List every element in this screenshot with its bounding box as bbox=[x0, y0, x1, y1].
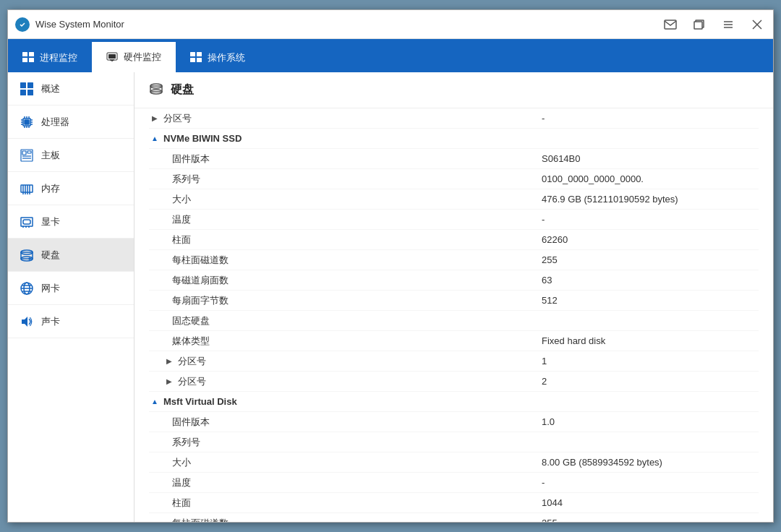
svg-rect-20 bbox=[197, 58, 202, 62]
size2-value: 8.00 GB (8589934592 bytes) bbox=[542, 457, 759, 468]
svg-rect-17 bbox=[190, 52, 195, 56]
sectors1-value: 63 bbox=[542, 275, 759, 286]
svg-rect-12 bbox=[29, 58, 34, 62]
gpu-label: 显卡 bbox=[41, 215, 60, 228]
svg-rect-40 bbox=[22, 151, 26, 155]
expand-partial[interactable]: ▶ bbox=[149, 113, 161, 124]
msft-section-label: Msft Virtual Disk bbox=[163, 396, 759, 407]
hardware-tab-icon bbox=[106, 51, 118, 64]
partition1b-value: 2 bbox=[542, 376, 759, 387]
serial2-label: 系列号 bbox=[172, 436, 542, 449]
row-size2: 大小 8.00 GB (8589934592 bytes) bbox=[149, 452, 759, 473]
svg-rect-9 bbox=[22, 52, 27, 56]
tab-bar: 进程监控 硬件监控 操作系统 bbox=[8, 39, 773, 72]
svg-rect-41 bbox=[27, 151, 31, 153]
row-size1: 大小 476.9 GB (512110190592 bytes) bbox=[149, 189, 759, 210]
partition1a-label: 分区号 bbox=[178, 355, 542, 368]
serial1-value: 0100_0000_0000_0000. bbox=[542, 173, 759, 184]
content-header-icon bbox=[149, 81, 163, 99]
partial-label: 分区号 bbox=[163, 112, 542, 125]
tracks1-value: 255 bbox=[542, 254, 759, 265]
main-area: 概述 处理器 bbox=[8, 72, 773, 522]
gpu-icon bbox=[20, 215, 34, 229]
window-controls bbox=[662, 16, 766, 33]
cylinder1-value: 62260 bbox=[542, 234, 759, 245]
sidebar-item-network[interactable]: 网卡 bbox=[8, 272, 134, 305]
mediatype1-value: Fixed hard disk bbox=[542, 335, 759, 346]
svg-rect-1 bbox=[665, 20, 676, 29]
app-logo bbox=[15, 17, 30, 32]
row-firmware1: 固件版本 S0614B0 bbox=[149, 149, 759, 169]
expand-partition1a[interactable]: ▶ bbox=[163, 356, 175, 367]
expand-msft[interactable]: ▲ bbox=[149, 396, 161, 408]
expand-nvme[interactable]: ▲ bbox=[149, 133, 161, 145]
svg-rect-22 bbox=[27, 82, 33, 88]
content-area: 硬盘 ▶ 分区号 - ▲ NVMe BIWIN SSD 固件版本 S0614 bbox=[135, 72, 773, 522]
row-tracks1: 每柱面磁道数 255 bbox=[149, 250, 759, 270]
sidebar-item-disk[interactable]: 硬盘 bbox=[8, 239, 134, 272]
svg-rect-3 bbox=[694, 22, 702, 29]
disk-icon bbox=[20, 248, 34, 262]
tab-os-label: 操作系统 bbox=[208, 51, 245, 64]
sidebar-item-audio[interactable]: 声卡 bbox=[8, 305, 134, 338]
content-header: 硬盘 bbox=[135, 72, 773, 108]
restore-button[interactable] bbox=[691, 16, 708, 33]
mail-button[interactable] bbox=[662, 16, 679, 33]
cylinder2-label: 柱面 bbox=[172, 497, 542, 510]
mediatype1-label: 媒体类型 bbox=[172, 335, 542, 348]
tree-row-partial: ▶ 分区号 - bbox=[149, 108, 759, 129]
svg-rect-11 bbox=[22, 58, 27, 62]
firmware1-value: S0614B0 bbox=[542, 153, 759, 164]
sectors1-label: 每磁道扇面数 bbox=[172, 274, 542, 287]
ssd1-label: 固态硬盘 bbox=[172, 314, 542, 327]
temp1-value: - bbox=[542, 214, 759, 225]
svg-rect-24 bbox=[27, 90, 33, 95]
temp2-value: - bbox=[542, 477, 759, 488]
svg-rect-54 bbox=[23, 220, 30, 224]
sidebar-item-motherboard[interactable]: 主板 bbox=[8, 139, 134, 172]
row-partition1a[interactable]: ▶ 分区号 1 bbox=[149, 351, 759, 372]
svg-rect-10 bbox=[29, 52, 34, 56]
row-serial2: 系列号 bbox=[149, 432, 759, 452]
tab-os[interactable]: 操作系统 bbox=[176, 43, 260, 72]
row-tracks2: 每柱面磁道数 255 bbox=[149, 513, 759, 522]
section-nvme[interactable]: ▲ NVMe BIWIN SSD bbox=[149, 129, 759, 149]
sidebar-item-memory[interactable]: 内存 bbox=[8, 172, 134, 205]
bytes1-label: 每扇面字节数 bbox=[172, 294, 542, 307]
tab-process-label: 进程监控 bbox=[40, 51, 77, 64]
network-label: 网卡 bbox=[41, 282, 60, 295]
sidebar-item-cpu[interactable]: 处理器 bbox=[8, 106, 134, 139]
row-temp1: 温度 - bbox=[149, 210, 759, 230]
row-temp2: 温度 - bbox=[149, 473, 759, 493]
section-msft[interactable]: ▲ Msft Virtual Disk bbox=[149, 392, 759, 412]
firmware1-label: 固件版本 bbox=[172, 153, 542, 166]
svg-rect-69 bbox=[150, 86, 162, 92]
tracks1-label: 每柱面磁道数 bbox=[172, 254, 542, 267]
sidebar-item-gpu[interactable]: 显卡 bbox=[8, 205, 134, 239]
expand-partition1b[interactable]: ▶ bbox=[163, 376, 175, 387]
audio-label: 声卡 bbox=[41, 315, 60, 328]
bytes1-value: 512 bbox=[542, 295, 759, 306]
tree-content: ▶ 分区号 - ▲ NVMe BIWIN SSD 固件版本 S0614B0 系列… bbox=[135, 108, 773, 522]
tab-process[interactable]: 进程监控 bbox=[8, 43, 92, 72]
sidebar: 概述 处理器 bbox=[8, 72, 135, 522]
network-icon bbox=[20, 281, 34, 296]
overview-icon bbox=[20, 82, 34, 96]
motherboard-icon bbox=[20, 148, 34, 163]
row-partition1b[interactable]: ▶ 分区号 2 bbox=[149, 372, 759, 392]
menu-button[interactable] bbox=[720, 16, 737, 33]
os-tab-icon bbox=[190, 52, 202, 64]
sidebar-item-overview[interactable]: 概述 bbox=[8, 72, 134, 106]
title-bar: Wise System Monitor bbox=[8, 10, 773, 39]
close-button[interactable] bbox=[748, 16, 766, 33]
tab-hardware[interactable]: 硬件监控 bbox=[92, 42, 176, 72]
memory-icon bbox=[20, 181, 34, 196]
svg-rect-19 bbox=[190, 58, 195, 62]
row-serial1: 系列号 0100_0000_0000_0000. bbox=[149, 169, 759, 189]
temp2-label: 温度 bbox=[172, 476, 542, 489]
cylinder2-value: 1044 bbox=[542, 497, 759, 508]
partition1a-value: 1 bbox=[542, 356, 759, 366]
row-mediatype1: 媒体类型 Fixed hard disk bbox=[149, 331, 759, 351]
serial1-label: 系列号 bbox=[172, 173, 542, 186]
svg-point-61 bbox=[29, 258, 30, 259]
